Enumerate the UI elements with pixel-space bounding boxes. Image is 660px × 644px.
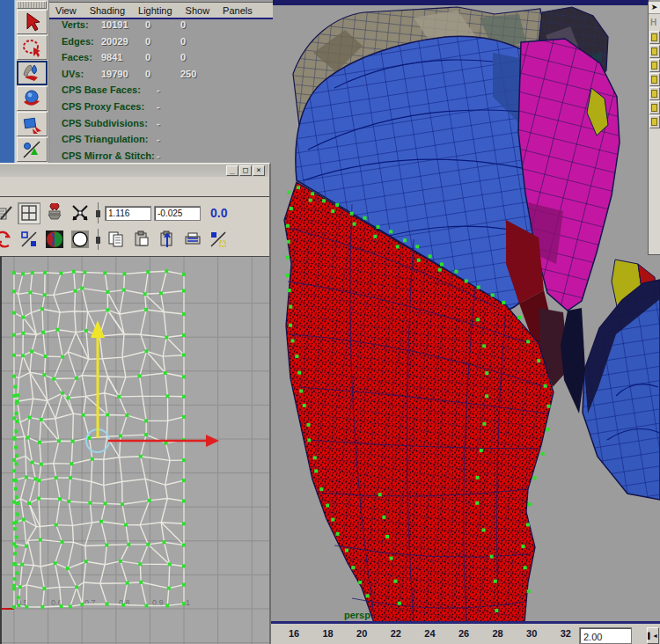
side-panel-header: H — [649, 14, 660, 30]
dim-image-icon[interactable] — [69, 229, 92, 251]
shelf-button[interactable] — [649, 59, 660, 72]
shelf-icon — [651, 104, 657, 112]
menu-item-shading[interactable]: Shading — [90, 5, 125, 16]
grid-toggle-icon[interactable] — [18, 202, 40, 224]
timeline-tick-28: 28 — [492, 628, 502, 639]
window-edge-strip — [0, 0, 15, 163]
shelf-button[interactable] — [649, 31, 660, 44]
hud-stat-row: Faces:984100 — [62, 52, 264, 69]
viewport-menubar: ViewShadingLightingShowPanels — [49, 2, 273, 19]
shelf-icon — [651, 76, 657, 84]
shelf-icon — [651, 33, 657, 41]
shelf-icon — [651, 48, 657, 55]
snap-percent-icon[interactable] — [18, 229, 40, 251]
shelf-icon — [651, 118, 657, 126]
toolbar-separator — [98, 202, 99, 223]
refresh-value-label: 0.0 — [210, 206, 227, 220]
rotate-tool-button[interactable] — [17, 86, 48, 111]
timeline-tick-30: 30 — [526, 628, 537, 639]
maya-application: ViewShadingLightingShowPanels Verts:1019… — [0, 0, 660, 644]
shelf-button[interactable] — [649, 115, 660, 128]
paint-select-icon — [20, 62, 43, 84]
lasso-select-tool-button[interactable] — [17, 35, 48, 60]
go-to-start-button[interactable]: ▌◄◄ — [647, 627, 659, 644]
edit-uv-icon[interactable] — [0, 202, 15, 224]
magnet-snap-icon[interactable] — [43, 202, 66, 224]
hud-stat-row: UVs:197900250 — [62, 69, 264, 85]
menu-item-panels[interactable]: Panels — [223, 5, 253, 16]
cursor-icon: ➤ — [649, 2, 660, 14]
shelf-button[interactable] — [649, 73, 660, 86]
paint-select-tool-button[interactable] — [17, 61, 48, 85]
hud-cps-row: CPS Triangulation:- — [62, 134, 264, 150]
uv-editor-toolbar: 0.0 — [0, 199, 269, 255]
menu-item-show[interactable]: Show — [186, 5, 210, 16]
toolbox — [15, 0, 49, 163]
shelf-button[interactable] — [649, 87, 660, 100]
toolbar-separator — [0, 196, 269, 197]
toolbar-separator — [98, 229, 99, 250]
uv-texture-editor-window: _ □ × — [0, 163, 271, 644]
timeline-tick-18: 18 — [322, 628, 333, 639]
paste-u-icon[interactable] — [156, 229, 179, 251]
u-coordinate-field[interactable] — [105, 206, 151, 221]
perspective-viewport[interactable] — [273, 5, 660, 623]
rotate-icon — [20, 88, 43, 109]
side-shelf-panel: ➤ H — [648, 2, 660, 255]
hud-cps-row: CPS Base Faces:- — [62, 84, 264, 101]
copy-percent-icon[interactable] — [207, 229, 230, 251]
select-arrow-icon — [20, 11, 43, 33]
timeline-tick-32: 32 — [561, 628, 571, 639]
select-tool-button[interactable] — [17, 10, 48, 34]
maximize-button[interactable]: □ — [239, 165, 252, 176]
hud-cps-row: CPS Proxy Faces:- — [62, 101, 264, 118]
uv-axis-label: 1 — [186, 598, 190, 607]
soft-mod-tool-button[interactable] — [17, 137, 48, 162]
camera-name-label: persp — [344, 610, 370, 620]
minimize-button[interactable]: _ — [226, 165, 238, 176]
uv-axis-label: 0.7 — [84, 598, 96, 607]
paste-v-icon[interactable] — [181, 229, 204, 251]
scale-tool-button[interactable] — [17, 112, 48, 136]
end-time-field[interactable] — [579, 627, 632, 644]
time-slider[interactable]: 161820222426283032 ▌◄◄ — [271, 621, 660, 644]
lasso-icon — [20, 37, 43, 58]
hud-stat-row: Verts:1019100 — [62, 19, 264, 36]
shelf-icon — [651, 90, 657, 98]
hud-cps-row: CPS Subdivisions:- — [62, 118, 264, 135]
paste-uv-icon[interactable] — [130, 229, 153, 251]
timeline-tick-16: 16 — [289, 628, 299, 639]
scale-icon — [20, 113, 43, 135]
menu-item-view[interactable]: View — [55, 5, 77, 16]
uv-editor-canvas[interactable]: 0.50.60.70.80.91 — [0, 256, 269, 644]
timeline-tick-20: 20 — [356, 628, 367, 639]
cycle-uv-icon[interactable] — [0, 229, 15, 251]
timeline-tick-26: 26 — [458, 628, 469, 639]
timeline-tick-24: 24 — [424, 628, 435, 639]
soft-mod-icon — [20, 139, 43, 160]
shelf-icon — [651, 62, 657, 70]
shelf-button[interactable] — [649, 101, 660, 114]
toolbox-grip[interactable] — [17, 1, 47, 9]
hud-stat-row: Edges:2002900 — [62, 36, 264, 53]
shelf-button[interactable] — [649, 45, 660, 58]
shaded-display-icon[interactable] — [43, 229, 66, 251]
pixel-snap-icon[interactable] — [69, 202, 92, 224]
menu-item-lighting[interactable]: Lighting — [138, 5, 172, 16]
close-button[interactable]: × — [253, 165, 265, 176]
timeline-tick-22: 22 — [391, 628, 401, 639]
poly-count-hud: Verts:1019100Edges:2002900Faces:984100UV… — [62, 19, 264, 166]
v-coordinate-field[interactable] — [154, 206, 201, 221]
uv-editor-titlebar[interactable]: _ □ × — [0, 165, 268, 177]
copy-uv-icon[interactable] — [105, 229, 128, 251]
